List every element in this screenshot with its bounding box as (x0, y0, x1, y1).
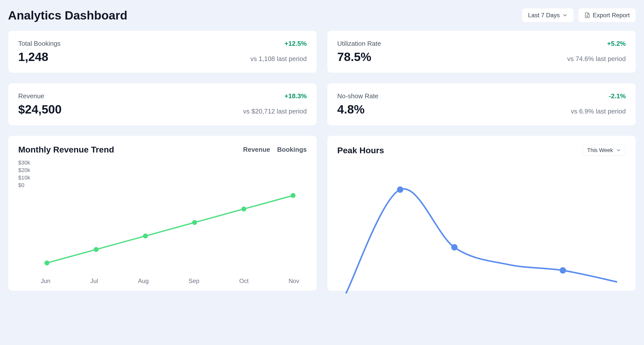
stat-compare: vs 6.9% last period (571, 108, 626, 115)
chevron-down-icon (616, 148, 621, 153)
stat-delta: -2.1% (609, 92, 626, 100)
stats-grid: Total Bookings +12.5% 1,248 vs 1,108 las… (8, 30, 636, 126)
stat-value: 4.8% (337, 102, 364, 116)
svg-point-9 (560, 267, 566, 274)
stat-compare: vs 74.6% last period (567, 55, 626, 63)
chart-title: Peak Hours (337, 146, 384, 155)
date-range-label: Last 7 Days (528, 12, 560, 19)
stat-delta: +5.2% (607, 40, 626, 48)
chart-tabs: Revenue Bookings (243, 146, 307, 154)
svg-point-2 (94, 247, 99, 252)
y-tick: $10k (18, 174, 30, 181)
peak-hours-chart (337, 161, 626, 286)
stat-value: $24,500 (18, 102, 62, 116)
export-report-button[interactable]: Export Report (578, 8, 636, 22)
svg-point-5 (241, 206, 246, 212)
y-tick: $30k (18, 160, 30, 166)
stat-card-revenue: Revenue +18.3% $24,500 vs $20,712 last p… (8, 83, 317, 126)
stat-label: Revenue (18, 92, 44, 100)
charts-row: Monthly Revenue Trend Revenue Bookings $… (8, 136, 636, 291)
x-label: Jul (90, 278, 98, 284)
chart-title: Monthly Revenue Trend (18, 145, 114, 154)
x-label: Nov (288, 278, 299, 284)
x-label: Aug (138, 278, 149, 284)
stat-value: 78.5% (337, 50, 371, 64)
tab-bookings[interactable]: Bookings (277, 146, 307, 154)
export-report-label: Export Report (593, 12, 630, 19)
svg-point-3 (143, 234, 148, 238)
stat-card-total-bookings: Total Bookings +12.5% 1,248 vs 1,108 las… (8, 30, 317, 73)
date-range-select[interactable]: Last 7 Days (522, 8, 574, 22)
monthly-revenue-chart: $30k $20k $10k $0 Jun Jul Aug Sep Oct No… (18, 160, 307, 284)
monthly-revenue-chart-card: Monthly Revenue Trend Revenue Bookings $… (8, 136, 317, 291)
y-tick: $0 (18, 182, 30, 188)
x-label: Oct (239, 278, 248, 284)
stat-delta: +12.5% (284, 40, 307, 48)
peak-range-label: This Week (587, 147, 613, 154)
svg-point-8 (451, 244, 458, 250)
stat-label: No-show Rate (337, 92, 378, 100)
stat-value: 1,248 (18, 50, 48, 64)
svg-point-7 (397, 186, 403, 193)
stat-card-utilization-rate: Utilization Rate +5.2% 78.5% vs 74.6% la… (327, 30, 636, 73)
x-axis-labels: Jun Jul Aug Sep Oct Nov (33, 278, 307, 284)
stat-compare: vs 1,108 last period (250, 55, 307, 63)
peak-line-svg (337, 161, 626, 299)
stat-label: Utilization Rate (337, 40, 381, 48)
svg-point-1 (44, 260, 50, 266)
stat-label: Total Bookings (18, 40, 60, 48)
svg-point-6 (290, 193, 296, 198)
x-label: Sep (189, 278, 200, 284)
monthly-line-svg (33, 182, 307, 283)
page-title: Analytics Dashboard (8, 8, 127, 22)
header-actions: Last 7 Days Export Report (522, 8, 636, 22)
peak-range-select[interactable]: This Week (582, 145, 626, 156)
download-file-icon (584, 12, 590, 18)
chevron-down-icon (562, 12, 568, 18)
stat-compare: vs $20,712 last period (243, 108, 307, 115)
tab-revenue[interactable]: Revenue (243, 146, 270, 154)
stat-card-no-show-rate: No-show Rate -2.1% 4.8% vs 6.9% last per… (327, 83, 636, 126)
svg-point-4 (192, 220, 197, 225)
y-tick: $20k (18, 167, 30, 174)
peak-hours-chart-card: Peak Hours This Week (327, 136, 636, 291)
stat-delta: +18.3% (284, 92, 307, 100)
x-label: Jun (41, 278, 50, 284)
y-axis-ticks: $30k $20k $10k $0 (18, 160, 30, 188)
